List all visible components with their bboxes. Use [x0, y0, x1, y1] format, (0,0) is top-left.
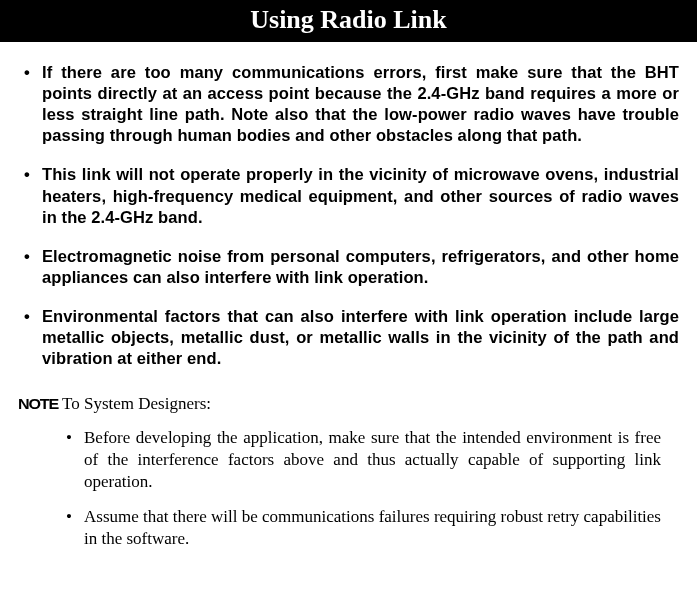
main-bullet-list: If there are too many communications err… — [18, 62, 679, 369]
list-item: Before developing the application, make … — [62, 427, 661, 492]
list-item: Assume that there will be communications… — [62, 506, 661, 550]
note-bullet-list: Before developing the application, make … — [62, 427, 661, 550]
list-item: This link will not operate properly in t… — [18, 164, 679, 227]
note-lead: To System Designers: — [62, 393, 661, 415]
note-icon: NOTE — [18, 393, 62, 413]
list-item: Electromagnetic noise from personal comp… — [18, 246, 679, 288]
page-title: Using Radio Link — [250, 5, 447, 34]
note-body: To System Designers: Before developing t… — [62, 393, 679, 564]
page-header: Using Radio Link — [0, 0, 697, 42]
list-item: Environmental factors that can also inte… — [18, 306, 679, 369]
list-item: If there are too many communications err… — [18, 62, 679, 146]
note-section: NOTE To System Designers: Before develop… — [18, 393, 679, 564]
note-label: NOTE — [18, 396, 58, 412]
page-content: If there are too many communications err… — [0, 42, 697, 564]
